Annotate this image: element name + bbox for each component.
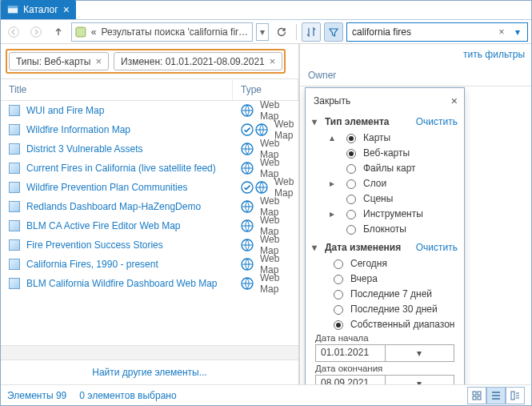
date-end-input[interactable]: 08.09.2021▾ [315, 375, 454, 384]
catalog-window: Каталог × « Результаты поиска 'californi… [0, 0, 532, 406]
tab-catalog[interactable]: Каталог × [1, 0, 76, 19]
item-title: Redlands Dashboard Map-HaZengDemo [26, 201, 201, 212]
search-box[interactable]: × ▾ [346, 22, 528, 42]
breadcrumb[interactable]: « Результаты поиска 'california fires' [71, 22, 253, 42]
chip-types-close-icon[interactable]: × [95, 55, 102, 67]
globe-icon [241, 104, 254, 117]
opt-layers[interactable]: ▸Слои [310, 175, 459, 191]
sort-button[interactable] [302, 22, 321, 42]
section-item-type-clear[interactable]: Очистить [416, 116, 458, 127]
radio-last30[interactable] [334, 305, 343, 315]
results-list[interactable]: WUI and Fire MapWeb MapWildfire Informat… [1, 101, 298, 345]
opt-web-maps[interactable]: Веб-карты [310, 145, 459, 160]
clear-filters-partial[interactable]: тить фильтры [300, 44, 531, 65]
radio-notebooks[interactable] [346, 225, 356, 235]
nav-up-button[interactable] [49, 22, 68, 42]
find-more-link[interactable]: Найти другие элементы... [1, 360, 298, 384]
table-row[interactable]: BLM California Wildfire Dashboard Web Ma… [1, 274, 298, 293]
arrow-right-icon [30, 26, 42, 38]
breadcrumb-dropdown[interactable]: ▾ [256, 23, 269, 41]
chip-modified-label: Изменен: 01.01.2021-08.09.2021 [121, 56, 265, 67]
grid-header: Title Type [1, 78, 298, 101]
horizontal-scrollbar[interactable] [1, 345, 298, 360]
section-item-type-label: Тип элемента [325, 116, 390, 127]
radio-last7[interactable] [334, 290, 343, 299]
radio-custom[interactable] [334, 320, 343, 330]
section-date-modified-header[interactable]: ▾ Дата изменения Очистить [310, 239, 459, 255]
chip-modified[interactable]: Изменен: 01.01.2021-08.09.2021 × [114, 52, 282, 70]
filter-button[interactable] [324, 22, 343, 42]
opt-last30[interactable]: Последние 30 дней [310, 301, 459, 316]
filter-panel: Закрыть × ▾ Тип элемента Очистить ▴Карты… [305, 87, 465, 384]
search-input[interactable] [350, 26, 492, 38]
radio-tools[interactable] [346, 210, 356, 219]
column-type[interactable]: Type [233, 79, 298, 100]
chip-modified-close-icon[interactable]: × [270, 55, 276, 67]
opt-map-files[interactable]: Файлы карт [310, 160, 459, 175]
table-row[interactable]: WUI and Fire MapWeb Map [1, 101, 298, 120]
breadcrumb-text: Результаты поиска 'california fires' [102, 26, 249, 38]
date-start-label: Дата начала [315, 333, 454, 343]
filter-close-icon[interactable]: × [451, 94, 458, 107]
nav-forward-button[interactable] [26, 22, 46, 42]
view-grid-button[interactable] [467, 387, 486, 404]
table-row[interactable]: Wildfire Prevention Plan CommunitiesWeb … [1, 178, 298, 197]
radio-maps[interactable] [346, 134, 356, 143]
webmap-icon [9, 220, 20, 231]
caret-right-icon: ▸ [330, 178, 338, 189]
view-list-button[interactable] [486, 387, 506, 404]
section-item-type: ▾ Тип элемента Очистить ▴Карты Веб-карты… [309, 112, 461, 238]
svg-rect-1 [8, 6, 18, 9]
opt-yesterday[interactable]: Вчера [310, 271, 459, 286]
section-date-modified-clear[interactable]: Очистить [416, 242, 458, 253]
clear-search-icon[interactable]: × [495, 26, 508, 38]
table-row[interactable]: California Fires, 1990 - presentWeb Map [1, 255, 298, 274]
radio-layers[interactable] [346, 179, 356, 189]
opt-today[interactable]: Сегодня [310, 255, 459, 271]
date-start-input[interactable]: 01.01.2021▾ [315, 344, 454, 362]
opt-custom[interactable]: Собственный диапазон [310, 316, 459, 332]
webmap-icon [9, 105, 20, 116]
radio-web-maps[interactable] [346, 149, 356, 159]
table-row[interactable]: District 3 Vulnerable AssetsWeb Map [1, 139, 298, 159]
globe-icon [241, 277, 254, 290]
table-row[interactable]: Wildfire Information MapWeb Map [1, 120, 298, 139]
nav-back-button[interactable] [4, 22, 23, 42]
webmap-icon [9, 163, 20, 174]
search-dropdown-icon[interactable]: ▾ [511, 26, 524, 38]
filter-close-label[interactable]: Закрыть [314, 95, 350, 107]
opt-maps[interactable]: ▴Карты [310, 130, 459, 145]
catalog-icon [7, 4, 18, 15]
radio-map-files[interactable] [346, 164, 356, 174]
radio-scenes[interactable] [346, 195, 356, 204]
table-row[interactable]: BLM CA Active Fire Editor Web MapWeb Map [1, 216, 298, 235]
opt-scenes[interactable]: Сцены [310, 191, 459, 206]
results-pane: Типы: Веб-карты × Изменен: 01.01.2021-08… [1, 44, 299, 384]
opt-last7[interactable]: Последние 7 дней [310, 286, 459, 301]
refresh-button[interactable] [272, 22, 291, 42]
dropdown-icon[interactable]: ▾ [385, 376, 454, 384]
tab-bar: Каталог × [1, 1, 531, 20]
opt-notebooks[interactable]: Блокноты [310, 221, 459, 236]
section-item-type-header[interactable]: ▾ Тип элемента Очистить [310, 114, 459, 130]
tab-close-icon[interactable]: × [63, 4, 70, 15]
table-row[interactable]: Redlands Dashboard Map-HaZengDemoWeb Map [1, 197, 298, 216]
table-row[interactable]: Current Fires in California (live satell… [1, 159, 298, 178]
view-detail-button[interactable] [506, 387, 525, 404]
column-title[interactable]: Title [1, 79, 233, 100]
radio-yesterday[interactable] [334, 275, 343, 284]
table-row[interactable]: Fire Prevention Success StoriesWeb Map [1, 235, 298, 255]
opt-tools[interactable]: ▸Инструменты [310, 206, 459, 221]
section-date-modified: ▾ Дата изменения Очистить Сегодня Вчера … [309, 238, 461, 384]
chevron-down-icon: ▾ [259, 26, 266, 38]
webmap-icon [9, 143, 20, 155]
column-owner[interactable]: Owner [300, 65, 344, 86]
svg-point-3 [31, 26, 42, 37]
item-type: Web Map [260, 272, 290, 295]
svg-rect-20 [478, 396, 481, 400]
chip-types[interactable]: Типы: Веб-карты × [9, 52, 109, 70]
authoritative-icon [241, 123, 254, 136]
caret-down-icon: ▴ [330, 132, 338, 143]
radio-today[interactable] [334, 259, 343, 269]
dropdown-icon[interactable]: ▾ [385, 345, 454, 361]
